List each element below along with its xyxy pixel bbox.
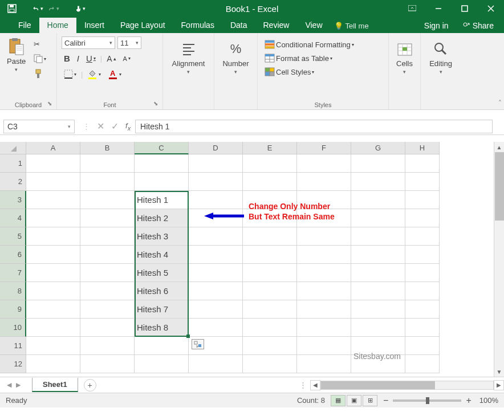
cell-E8[interactable] (243, 282, 297, 300)
format-painter-button[interactable] (31, 68, 48, 80)
cell-A8[interactable] (26, 282, 80, 300)
cell-F2[interactable] (297, 173, 351, 191)
cell-G1[interactable] (351, 154, 405, 173)
cell-H5[interactable] (405, 227, 440, 246)
column-header-G[interactable]: G (351, 142, 405, 154)
collapse-ribbon-button[interactable]: ˄ (498, 99, 502, 107)
cell-G5[interactable] (351, 227, 405, 246)
cell-B2[interactable] (80, 173, 135, 191)
scroll-down-button[interactable]: ▼ (494, 366, 504, 377)
alignment-button[interactable]: Alignment ▾ (168, 39, 209, 76)
borders-button[interactable]: ▾ (62, 68, 79, 80)
column-header-F[interactable]: F (297, 142, 351, 154)
cell-H10[interactable] (405, 319, 440, 337)
column-header-H[interactable]: H (405, 142, 440, 154)
cell-B3[interactable] (80, 191, 135, 209)
cell-B4[interactable] (80, 209, 135, 227)
cell-A10[interactable] (26, 319, 80, 337)
row-header-9[interactable]: 9 (0, 300, 26, 319)
cell-A1[interactable] (26, 154, 80, 173)
cell-F1[interactable] (297, 154, 351, 173)
cell-H2[interactable] (405, 173, 440, 191)
ribbon-display-options-icon[interactable] (399, 0, 425, 17)
close-button[interactable] (478, 0, 504, 17)
minimize-button[interactable] (425, 0, 452, 17)
cell-C3[interactable]: Hitesh 1 (135, 191, 189, 209)
tab-view[interactable]: View (297, 18, 330, 33)
cell-H4[interactable] (405, 209, 440, 227)
spreadsheet-grid[interactable]: ABCDEFGH123Hitesh 14Hitesh 25Hitesh 36Hi… (0, 142, 504, 373)
cell-G7[interactable] (351, 264, 405, 282)
fill-color-button[interactable]: ▾ (85, 68, 103, 80)
cell-C4[interactable]: Hitesh 2 (135, 209, 189, 227)
cell-F6[interactable] (297, 246, 351, 264)
undo-icon[interactable]: ▾ (33, 3, 43, 14)
cell-H1[interactable] (405, 154, 440, 173)
cell-C12[interactable] (135, 355, 189, 373)
cell-G9[interactable] (351, 300, 405, 319)
maximize-button[interactable] (452, 0, 478, 17)
cell-B5[interactable] (80, 227, 135, 246)
cell-A7[interactable] (26, 264, 80, 282)
cell-C9[interactable]: Hitesh 7 (135, 300, 189, 319)
cell-F8[interactable] (297, 282, 351, 300)
tab-review[interactable]: Review (255, 18, 298, 33)
cell-H6[interactable] (405, 246, 440, 264)
cell-B9[interactable] (80, 300, 135, 319)
cell-A6[interactable] (26, 246, 80, 264)
cell-A11[interactable] (26, 337, 80, 355)
scroll-up-button[interactable]: ▲ (494, 142, 504, 152)
cell-D2[interactable] (189, 173, 243, 191)
cell-C5[interactable]: Hitesh 3 (135, 227, 189, 246)
cell-D9[interactable] (189, 300, 243, 319)
cell-C6[interactable]: Hitesh 4 (135, 246, 189, 264)
row-header-4[interactable]: 4 (0, 209, 26, 227)
zoom-slider[interactable] (393, 399, 461, 402)
row-header-11[interactable]: 11 (0, 337, 26, 355)
cell-G3[interactable] (351, 191, 405, 209)
row-header-5[interactable]: 5 (0, 227, 26, 246)
cell-D7[interactable] (189, 264, 243, 282)
underline-button[interactable]: U ▾ (84, 52, 98, 64)
tab-insert[interactable]: Insert (76, 18, 112, 33)
cell-F10[interactable] (297, 319, 351, 337)
row-header-8[interactable]: 8 (0, 282, 26, 300)
column-header-D[interactable]: D (189, 142, 243, 154)
cancel-formula-button[interactable]: ✕ (97, 121, 104, 132)
cell-B12[interactable] (80, 355, 135, 373)
copy-button[interactable]: ▾ (31, 53, 48, 64)
cell-A12[interactable] (26, 355, 80, 373)
zoom-out-button[interactable]: − (383, 395, 388, 406)
cell-D5[interactable] (189, 227, 243, 246)
formula-input[interactable]: Hitesh 1 (135, 120, 493, 133)
redo-icon[interactable]: ▾ (49, 3, 59, 14)
cell-H3[interactable] (405, 191, 440, 209)
cell-H12[interactable] (405, 355, 440, 373)
cell-B6[interactable] (80, 246, 135, 264)
cell-E6[interactable] (243, 246, 297, 264)
cell-E9[interactable] (243, 300, 297, 319)
cell-A3[interactable] (26, 191, 80, 209)
sheet-nav-prev[interactable]: ◀ (7, 381, 11, 389)
vertical-scrollbar[interactable]: ▲ ▼ (494, 142, 504, 377)
format-as-table-button[interactable]: Format as Table▾ (262, 52, 384, 64)
row-header-1[interactable]: 1 (0, 154, 26, 173)
cell-D8[interactable] (189, 282, 243, 300)
cell-C8[interactable]: Hitesh 6 (135, 282, 189, 300)
save-icon[interactable] (7, 3, 17, 14)
tell-me-search[interactable]: 💡 Tell me (331, 19, 372, 33)
cell-D10[interactable] (189, 319, 243, 337)
touch-mode-icon[interactable]: ▾ (75, 3, 86, 14)
cell-H8[interactable] (405, 282, 440, 300)
scroll-thumb-vertical[interactable] (495, 152, 504, 221)
cell-A2[interactable] (26, 173, 80, 191)
row-header-7[interactable]: 7 (0, 264, 26, 282)
cell-D3[interactable] (189, 191, 243, 209)
paste-button[interactable]: Paste ▾ (5, 36, 28, 108)
tab-home[interactable]: Home (39, 18, 76, 33)
tab-data[interactable]: Data (222, 18, 255, 33)
autofill-options-button[interactable] (192, 339, 204, 349)
cell-B7[interactable] (80, 264, 135, 282)
cell-H9[interactable] (405, 300, 440, 319)
scroll-right-button[interactable]: ▶ (494, 380, 504, 390)
